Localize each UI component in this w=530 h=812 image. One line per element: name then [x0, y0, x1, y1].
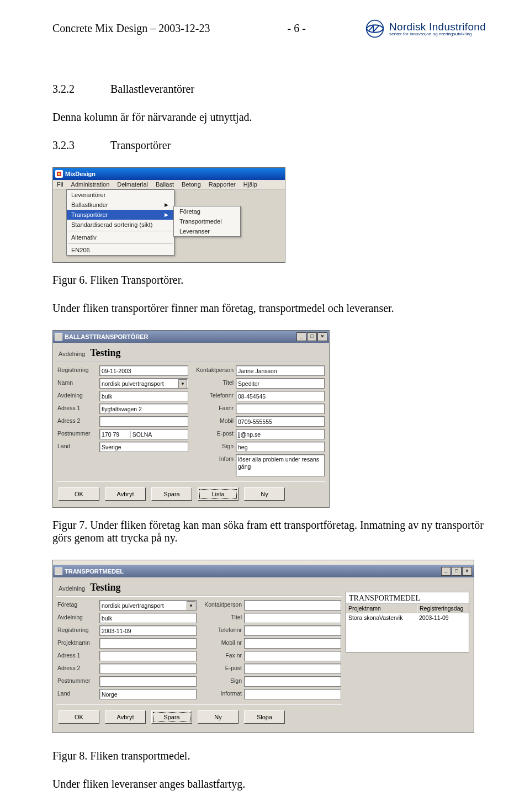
mobil-input[interactable]: 0709-555555	[236, 416, 325, 427]
menu-rapporter[interactable]: Rapporter	[205, 180, 240, 189]
closing-text: Under fliken leveranser anges ballastfar…	[52, 778, 486, 790]
minimize-icon[interactable]: _	[441, 567, 451, 576]
maximize-icon[interactable]: □	[452, 567, 462, 576]
window-icon	[55, 567, 62, 575]
body-text-322: Denna kolumn är för närvarande ej utnytt…	[52, 111, 486, 124]
maximize-icon[interactable]: □	[307, 332, 317, 341]
minimize-icon[interactable]: _	[296, 332, 306, 341]
sign-input[interactable]: heg	[236, 442, 325, 452]
adress1-input[interactable]	[99, 651, 197, 661]
chevron-right-icon: ▶	[165, 202, 168, 208]
slopa-button[interactable]: Slopa	[244, 710, 285, 724]
adress1-input[interactable]: flygfaltsvagen 2	[99, 404, 188, 414]
registrering-label: Registrering	[57, 625, 97, 636]
namn-label: Namn	[57, 378, 97, 389]
svg-point-0	[367, 20, 384, 38]
window-titlebar: TRANSPORTMEDEL _ □ ×	[53, 565, 474, 577]
postnummer-label: Postnummer	[57, 676, 97, 687]
foretag-dropdown[interactable]: nordisk pulvertragnsport▼	[99, 600, 197, 611]
avdelning-input[interactable]: bulk	[99, 613, 197, 623]
menuitem-alternativ[interactable]: Alternativ	[67, 232, 174, 242]
svg-rect-2	[58, 173, 60, 175]
ok-button[interactable]: OK	[59, 487, 99, 501]
column-registreringsdag[interactable]: Registreringsdag	[417, 604, 469, 613]
close-icon[interactable]: ×	[317, 332, 327, 341]
page-number: - 6 -	[288, 22, 306, 35]
chevron-down-icon[interactable]: ▼	[178, 379, 187, 389]
epost-input[interactable]: jj@np.se	[236, 429, 325, 439]
adress2-label: Adress 2	[57, 416, 97, 427]
app-icon	[55, 170, 63, 178]
mobilnr-input[interactable]	[244, 638, 341, 649]
projektnamn-input[interactable]	[99, 638, 197, 649]
registrering-input[interactable]: 2003-11-09	[99, 625, 197, 636]
land-label: Land	[57, 442, 97, 452]
avbryt-button[interactable]: Avbryt	[105, 487, 146, 501]
figure-6-caption: Figur 6. Fliken Transportörer.	[52, 274, 486, 286]
avdelning-label: Avdelning	[59, 585, 85, 592]
menuitem-leverantorer[interactable]: Leverantörer	[67, 190, 174, 200]
avbryt-button[interactable]: Avbryt	[105, 710, 146, 724]
globe-icon	[365, 19, 385, 39]
informat-input[interactable]	[244, 689, 341, 699]
epost-label: E-post	[202, 664, 242, 674]
ok-button[interactable]: OK	[59, 710, 99, 724]
menuitem-en206[interactable]: EN206	[67, 245, 174, 255]
faxnr-input[interactable]	[244, 651, 341, 661]
postnummer-input[interactable]	[99, 676, 197, 687]
epost-input[interactable]	[244, 664, 341, 674]
postnummer-input[interactable]: 170 79SOLNA	[99, 429, 188, 439]
transportmedel-listbox[interactable]: TRANSPORTMEDEL Projektnamn Registrerings…	[346, 592, 469, 652]
titel-input[interactable]: Speditor	[236, 378, 325, 389]
adress2-input[interactable]	[99, 664, 197, 674]
menu-delmaterial[interactable]: Delmaterial	[113, 180, 152, 189]
listbox-title: TRANSPORTMEDEL	[346, 592, 469, 603]
avdelning-input[interactable]: bulk	[99, 391, 188, 401]
faxnr-input[interactable]	[236, 404, 325, 414]
land-input[interactable]: Norge	[99, 689, 197, 699]
window-strip	[53, 560, 474, 565]
registrering-input[interactable]: 09-11-2003	[99, 365, 188, 376]
menu-administration[interactable]: Administration	[67, 180, 114, 189]
menuitem-transportorer[interactable]: Transportörer▶	[67, 210, 174, 220]
telefonnr-input[interactable]: 08-454545	[236, 391, 325, 401]
spara-button[interactable]: Spara	[151, 487, 192, 501]
titel-input[interactable]	[244, 613, 341, 623]
land-input[interactable]: Sverige	[99, 442, 188, 452]
avdelning-label: Avdelning	[57, 391, 97, 401]
list-item[interactable]: Stora skonaVastervik 2003-11-09	[346, 613, 469, 622]
telefonnr-label: Telefonnr	[202, 625, 242, 636]
window-icon	[55, 333, 62, 341]
figure-8: TRANSPORTMEDEL _ □ × Avdelning Testing	[52, 560, 486, 733]
menu-ballast[interactable]: Ballast	[152, 180, 178, 189]
submenuitem-transportmedel[interactable]: Transportmedel	[174, 216, 240, 226]
kontaktperson-input[interactable]: Janne Jansson	[236, 365, 325, 376]
menuitem-ballastkunder[interactable]: Ballastkunder▶	[67, 200, 174, 210]
namn-dropdown[interactable]: nordisk pulvertragnsport▼	[99, 378, 188, 389]
postnummer-label: Postnummer	[57, 429, 97, 439]
submenuitem-leveranser[interactable]: Leveranser	[174, 226, 240, 236]
informat-label: Informat	[202, 689, 242, 699]
submenuitem-foretag[interactable]: Företag	[174, 206, 240, 216]
spara-button[interactable]: Spara	[151, 710, 192, 724]
close-icon[interactable]: ×	[462, 567, 472, 576]
ny-button[interactable]: Ny	[198, 710, 239, 724]
chevron-down-icon[interactable]: ▼	[187, 601, 195, 611]
foretag-label: Företag	[57, 600, 97, 611]
mobilnr-label: Mobil nr	[202, 638, 242, 649]
lista-button[interactable]: Lista	[198, 487, 239, 501]
infom-textarea[interactable]: löser alla problem under resans gång	[236, 454, 325, 476]
ny-button[interactable]: Ny	[244, 487, 285, 501]
sign-input[interactable]	[244, 676, 341, 687]
menu-hjalp[interactable]: Hjälp	[240, 180, 261, 189]
telefonnr-input[interactable]	[244, 625, 341, 636]
infom-label: Infom	[194, 454, 234, 476]
menu-fil[interactable]: Fil	[53, 180, 67, 189]
menu-betong[interactable]: Betong	[178, 180, 205, 189]
adress2-input[interactable]	[99, 416, 188, 427]
registrering-label: Registrering	[57, 365, 97, 376]
menuitem-standardiserad-sortering[interactable]: Standardiserad sortering (sikt)	[67, 220, 174, 230]
kontaktperson-input[interactable]	[244, 600, 341, 611]
chevron-right-icon: ▶	[165, 212, 168, 217]
column-projektnamn[interactable]: Projektnamn	[346, 604, 417, 613]
